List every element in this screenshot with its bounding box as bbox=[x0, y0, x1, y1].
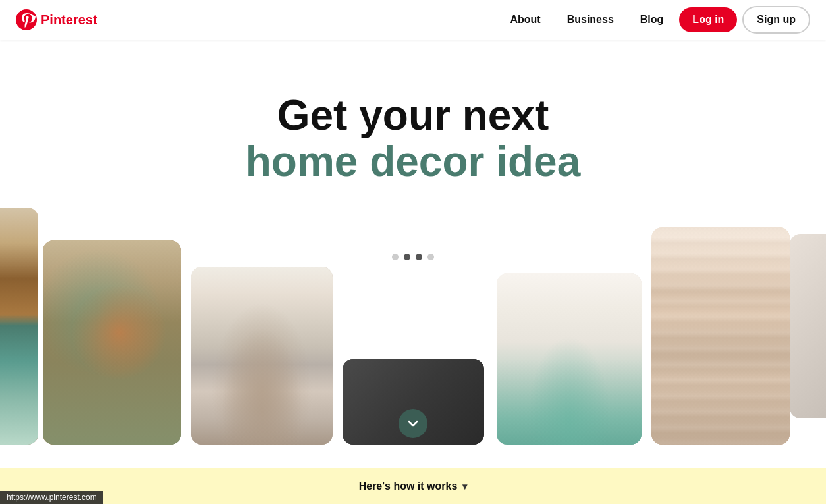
card-bathtub[interactable] bbox=[497, 273, 642, 445]
card-far-right bbox=[790, 234, 826, 418]
hero-dots bbox=[392, 254, 434, 260]
card-sink-inner bbox=[191, 267, 333, 445]
card-far-left-bottom bbox=[0, 208, 38, 445]
chevron-down-icon bbox=[406, 417, 420, 430]
hero-section: Get your next home decor idea bbox=[0, 0, 826, 504]
status-url: https://www.pinterest.com bbox=[7, 493, 97, 502]
signup-button[interactable]: Sign up bbox=[742, 6, 810, 34]
pinterest-p-icon bbox=[16, 9, 37, 30]
navbar: Pinterest About Business Blog Log in Sig… bbox=[0, 0, 826, 40]
card-far-right-inner bbox=[790, 234, 826, 418]
pinterest-logo-link[interactable]: Pinterest bbox=[16, 9, 97, 30]
image-cards-row bbox=[0, 128, 826, 445]
dot-3[interactable] bbox=[416, 254, 422, 260]
nav-blog[interactable]: Blog bbox=[630, 9, 675, 31]
navbar-links: About Business Blog Log in Sign up bbox=[499, 6, 810, 34]
nav-about[interactable]: About bbox=[499, 9, 551, 31]
how-it-works-label: Here's how it works bbox=[359, 480, 458, 492]
card-sink[interactable] bbox=[191, 267, 333, 445]
dot-2[interactable] bbox=[404, 254, 410, 260]
nav-business[interactable]: Business bbox=[557, 9, 624, 31]
dot-1[interactable] bbox=[392, 254, 399, 260]
card-far-left-bottom-inner bbox=[0, 208, 38, 445]
how-it-works-bar: Here's how it works ▾ bbox=[0, 468, 826, 504]
card-bath-inner bbox=[497, 273, 642, 445]
scroll-down-button[interactable] bbox=[399, 409, 427, 438]
dot-4[interactable] bbox=[427, 254, 434, 260]
card-stairs-inner bbox=[651, 227, 790, 445]
card-bedroom-inner bbox=[43, 240, 181, 445]
status-bar: https://www.pinterest.com bbox=[0, 491, 103, 504]
card-floral-stairs[interactable] bbox=[651, 227, 790, 445]
card-bedroom[interactable] bbox=[43, 240, 181, 445]
pinterest-wordmark: Pinterest bbox=[41, 13, 97, 28]
how-it-works-link[interactable]: Here's how it works ▾ bbox=[359, 480, 468, 492]
navbar-brand: Pinterest bbox=[16, 9, 97, 30]
login-button[interactable]: Log in bbox=[679, 7, 737, 32]
how-it-works-chevron: ▾ bbox=[462, 481, 467, 491]
